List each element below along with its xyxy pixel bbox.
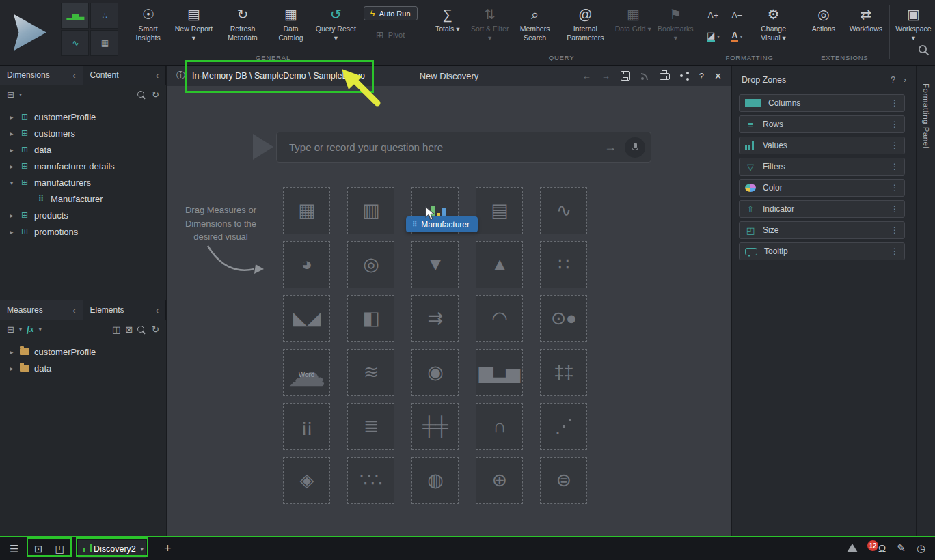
expander-icon[interactable]: ▸: [8, 146, 15, 154]
pyramid-visual-icon[interactable]: ▲: [476, 241, 523, 288]
tree-item-manufacturers[interactable]: ▾ ⊞ manufacturers: [0, 174, 166, 191]
collapse-panel-icon[interactable]: ‹: [72, 305, 75, 316]
sankey-visual-icon[interactable]: ⇉: [411, 295, 459, 342]
formulas-icon[interactable]: fx: [27, 324, 34, 335]
sort-filter-button[interactable]: ⇅ Sort & Filter ▾: [469, 0, 511, 42]
share-icon[interactable]: [680, 72, 689, 81]
kebab-menu-icon[interactable]: ⋮: [891, 225, 899, 235]
dropzone-color[interactable]: Color ⋮: [739, 179, 905, 197]
tree-item-data[interactable]: ▸ ⊞ data: [0, 141, 166, 158]
grid-filter-icon[interactable]: ◫: [112, 325, 120, 334]
kebab-menu-icon[interactable]: ⋮: [891, 183, 899, 193]
app-logo[interactable]: [0, 0, 59, 65]
chevron-down-icon[interactable]: ▾: [19, 326, 22, 333]
tab-elements[interactable]: Elements ‹: [83, 300, 167, 320]
chevron-right-icon[interactable]: ›: [904, 75, 906, 85]
expander-icon[interactable]: ▾: [8, 179, 15, 186]
internal-parameters-button[interactable]: @ Internal Parameters: [558, 0, 612, 42]
help-icon[interactable]: ?: [891, 75, 895, 85]
submit-question-icon[interactable]: →: [604, 140, 616, 154]
gauge-visual-icon[interactable]: ◠: [476, 295, 523, 342]
search-icon[interactable]: [137, 326, 144, 333]
annotate-icon[interactable]: ✎: [897, 543, 906, 553]
new-report-button[interactable]: ▤ New Report ▾: [172, 0, 216, 42]
stream-visual-icon[interactable]: ≋: [347, 349, 394, 396]
expander-icon[interactable]: ▸: [8, 365, 15, 372]
pie-chart-visual-icon[interactable]: ◕: [283, 241, 330, 288]
tree-item-promotions[interactable]: ▸ ⊞ promotions: [0, 223, 166, 240]
bar-chart-visual-icon[interactable]: ▤: [476, 187, 523, 234]
alerts-icon[interactable]: 12 Ω: [878, 542, 886, 554]
expander-icon[interactable]: ▸: [8, 113, 15, 121]
grid-view-toggle[interactable]: ▦: [90, 30, 118, 56]
waterfall-visual-icon[interactable]: ▆▂▅: [476, 349, 523, 396]
tab-measures[interactable]: Measures ‹: [0, 300, 83, 320]
tree-item-manufacturer-details[interactable]: ▸ ⊞ manufacturer details: [0, 158, 166, 174]
grid-visual-icon[interactable]: ▦: [283, 187, 330, 234]
spline-visual-icon[interactable]: ∩: [476, 403, 523, 450]
candlestick-visual-icon[interactable]: ‡‡: [540, 349, 587, 396]
rss-feed-icon[interactable]: [640, 72, 649, 81]
query-reset-button[interactable]: ↺ Query Reset ▾: [312, 0, 359, 42]
tree-view-selector-icon[interactable]: ⊟: [7, 325, 14, 334]
point-map-visual-icon[interactable]: ∵∴: [347, 457, 394, 504]
kebab-menu-icon[interactable]: ⋮: [891, 162, 899, 171]
bubble-map-visual-icon[interactable]: ◍: [411, 457, 459, 504]
font-color-button[interactable]: A ▾: [724, 26, 749, 47]
bookmarks-button[interactable]: ⚑ Bookmarks ▾: [654, 0, 696, 42]
refresh-icon[interactable]: ↻: [152, 90, 159, 99]
kebab-menu-icon[interactable]: ⋮: [891, 141, 899, 150]
expander-icon[interactable]: ▸: [8, 130, 15, 137]
tab-dimensions[interactable]: Dimensions ‹: [0, 66, 83, 85]
expander-icon[interactable]: ▸: [8, 348, 15, 356]
expander-icon[interactable]: ▸: [8, 228, 15, 236]
dropzone-indicator[interactable]: ⇧ Indicator ⋮: [739, 200, 905, 218]
drag-chip-manufacturer[interactable]: ⠿ Manufacturer: [406, 216, 478, 232]
word-cloud-visual-icon[interactable]: ☁ Word: [283, 349, 330, 396]
funnel-visual-icon[interactable]: ▼: [411, 241, 459, 288]
chevron-down-icon[interactable]: ▾: [19, 92, 22, 98]
kebab-menu-icon[interactable]: ⋮: [891, 204, 899, 214]
help-icon[interactable]: ?: [699, 71, 704, 81]
search-icon[interactable]: [137, 91, 144, 98]
font-decrease-button[interactable]: A−: [724, 5, 749, 26]
auto-run-button[interactable]: ϟ Auto Run: [364, 6, 418, 20]
kebab-menu-icon[interactable]: ⋮: [891, 247, 899, 256]
menu-icon[interactable]: ☰: [10, 544, 18, 554]
tree-item-data-folder[interactable]: ▸ data: [0, 360, 166, 376]
data-catalog-button[interactable]: ▦ Data Catalog: [269, 0, 312, 42]
clock-icon[interactable]: ◷: [917, 543, 925, 553]
refresh-metadata-button[interactable]: ↻ Refresh Metadata: [216, 0, 269, 42]
line-chart-visual-icon[interactable]: ∿: [540, 187, 587, 234]
fill-color-button[interactable]: ◪ ▾: [701, 26, 724, 47]
grid-clear-icon[interactable]: ⊠: [125, 325, 133, 334]
pyramid-icon[interactable]: [847, 544, 858, 552]
pivot-button[interactable]: ⊞ Pivot: [376, 29, 405, 40]
dropzone-rows[interactable]: ≡ Rows ⋮: [739, 115, 905, 133]
bubble-cluster-visual-icon[interactable]: ⊙●: [540, 295, 587, 342]
change-visual-button[interactable]: ⚙ Change Visual ▾: [749, 0, 798, 42]
lollipop-visual-icon[interactable]: ¡¡: [283, 403, 330, 450]
members-search-button[interactable]: ⌕ Members Search: [511, 0, 559, 42]
globe-map-visual-icon[interactable]: ⊕: [476, 457, 523, 504]
layered-map-visual-icon[interactable]: ⊜: [540, 457, 587, 504]
dropzone-values[interactable]: Values ⋮: [739, 137, 905, 154]
tree-item-customers[interactable]: ▸ ⊞ customers: [0, 125, 166, 141]
sunburst-visual-icon[interactable]: ◉: [411, 349, 459, 396]
dropzone-filters[interactable]: ▽ Filters ⋮: [739, 158, 905, 176]
close-icon[interactable]: ✕: [714, 71, 722, 81]
totals-button[interactable]: ∑ Totals ▾: [426, 0, 469, 42]
tree-item-customerprofile[interactable]: ▸ ⊞ customerProfile: [0, 109, 166, 125]
tree-item-customerprofile-folder[interactable]: ▸ customerProfile: [0, 344, 166, 360]
collapse-panel-icon[interactable]: ‹: [156, 70, 159, 81]
data-grid-button[interactable]: ▦ Data Grid ▾: [612, 0, 654, 42]
boxplot-visual-icon[interactable]: ╪╪: [411, 403, 459, 450]
refresh-icon[interactable]: ↻: [152, 325, 159, 334]
mic-button[interactable]: [625, 137, 645, 158]
columns-visual-icon[interactable]: ▥: [347, 187, 394, 234]
tornado-visual-icon[interactable]: ≣: [347, 403, 394, 450]
radar-visual-icon[interactable]: ◈: [283, 457, 330, 504]
tree-item-manufacturer[interactable]: ⠿ Manufacturer: [0, 191, 166, 207]
chevron-down-icon[interactable]: ▾: [39, 326, 42, 333]
chart-view-toggle[interactable]: ▂▅▃: [61, 3, 89, 29]
